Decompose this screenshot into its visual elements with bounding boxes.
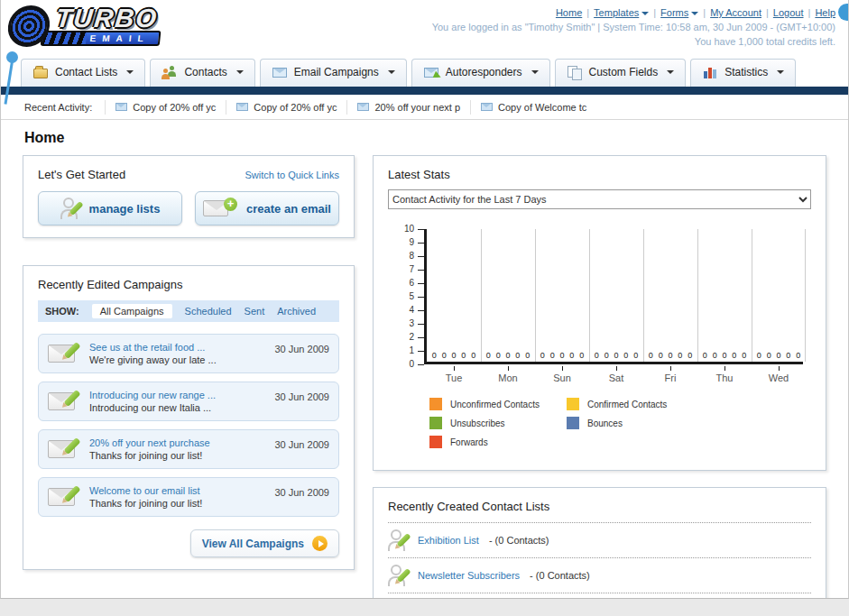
legend-label: Confirmed Contacts xyxy=(587,400,667,409)
top-link-logout[interactable]: Logout xyxy=(773,7,804,18)
data-value-label: 0 xyxy=(505,351,510,360)
contact-list-name-link[interactable]: Newsletter Subscribers xyxy=(418,570,520,581)
legend-item-confirmed-contacts: Confirmed Contacts xyxy=(567,398,704,410)
chart-plot: 0123456789100000000000000000000000000000… xyxy=(424,229,803,364)
data-value-label: 0 xyxy=(496,351,501,360)
data-value-label: 0 xyxy=(742,351,746,360)
login-status-text: You are logged in as "Timothy Smith" | S… xyxy=(432,20,835,34)
campaign-text: See us at the retail food ...We're givin… xyxy=(89,341,217,366)
campaign-row[interactable]: 20% off your next purchaseThanks for joi… xyxy=(38,429,339,469)
recent-activity-item[interactable]: Copy of Welcome tc xyxy=(470,100,596,115)
zero-value-group: 00000 xyxy=(752,351,806,360)
gridline xyxy=(643,229,644,362)
day-label-text: Fri xyxy=(665,372,677,383)
zero-value-group: 00000 xyxy=(697,351,752,360)
campaign-title-link[interactable]: 20% off your next purchase xyxy=(89,437,210,449)
gridline xyxy=(697,229,698,362)
campaign-text: Welcome to our email listThanks for join… xyxy=(89,484,202,510)
chevron-down-icon xyxy=(777,70,784,74)
view-all-campaigns-label: View All Campaigns xyxy=(202,538,304,550)
view-all-campaigns-button[interactable]: View All Campaigns xyxy=(190,529,339,557)
chart-legend: Unconfirmed ContactsConfirmed ContactsUn… xyxy=(429,398,811,455)
create-email-button[interactable]: create an email xyxy=(195,191,339,225)
manage-lists-label: manage lists xyxy=(89,202,161,216)
logo-top-text: TURBO xyxy=(42,6,164,30)
envelope-icon xyxy=(481,103,493,111)
switch-to-quick-links-link[interactable]: Switch to Quick Links xyxy=(245,170,339,180)
campaign-title-link[interactable]: Introducing our new range ... xyxy=(89,389,216,401)
manage-lists-button[interactable]: manage lists xyxy=(38,191,182,225)
recent-activity-label: Recent Activity: xyxy=(24,102,92,113)
x-tick xyxy=(670,366,671,371)
campaign-date: 30 Jun 2009 xyxy=(274,487,329,498)
day-label-mon: Mon xyxy=(481,366,535,383)
campaign-subtitle: Introducing our new Italia ... xyxy=(89,401,216,414)
y-tick-label: 1 xyxy=(391,345,414,355)
email-campaigns-icon xyxy=(272,65,288,79)
y-tick-label: 10 xyxy=(391,224,414,234)
contact-list-name-link[interactable]: Exhibition List xyxy=(418,535,479,546)
legend-label: Unsubscribes xyxy=(450,418,505,428)
filter-all-campaigns[interactable]: All Campaigns xyxy=(92,304,172,318)
top-link-templates[interactable]: Templates xyxy=(594,7,649,18)
y-tick xyxy=(418,243,424,244)
tab-email-campaigns[interactable]: Email Campaigns xyxy=(260,59,407,87)
day-label-tue: Tue xyxy=(427,366,481,383)
tab-autoresponders[interactable]: Autoresponders xyxy=(411,59,550,87)
create-email-icon xyxy=(203,198,237,218)
recent-activity-item[interactable]: 20% off your next p xyxy=(346,100,470,115)
recent-activity-item[interactable]: Copy of 20% off yc xyxy=(105,100,226,115)
contact-list-item[interactable]: Newsletter Subscribers - (0 Contacts) xyxy=(388,558,811,593)
zero-value-group: 00000 xyxy=(535,351,589,360)
turbo-email-logo[interactable]: TURBO EMAIL xyxy=(6,5,164,47)
tab-statistics[interactable]: Statistics xyxy=(690,59,796,87)
y-tick-label: 8 xyxy=(391,251,414,261)
y-tick-label: 5 xyxy=(391,291,414,301)
data-value-label: 0 xyxy=(767,351,771,360)
campaign-envelope-icon xyxy=(48,342,80,365)
recent-activity-item-label: Copy of Welcome tc xyxy=(498,102,586,113)
recent-activity-item-label: 20% off your next p xyxy=(374,102,460,113)
tab-contacts[interactable]: Contacts xyxy=(150,59,254,87)
contact-list-item[interactable]: Exhibition List - (0 Contacts) xyxy=(388,523,811,558)
y-tick xyxy=(418,351,424,352)
data-value-label: 0 xyxy=(757,351,761,360)
data-value-label: 0 xyxy=(559,351,564,360)
gridline xyxy=(589,229,590,362)
top-link-help[interactable]: Help xyxy=(815,7,835,18)
chevron-down-icon xyxy=(691,12,698,15)
contacts-icon xyxy=(161,65,178,79)
filter-scheduled[interactable]: Scheduled xyxy=(185,306,232,317)
data-value-label: 0 xyxy=(659,351,663,360)
tab-label: Email Campaigns xyxy=(294,66,379,78)
tab-label: Contacts xyxy=(184,66,226,78)
campaign-row[interactable]: See us at the retail food ...We're givin… xyxy=(38,334,339,373)
y-tick xyxy=(418,297,424,298)
y-tick xyxy=(418,270,424,271)
campaign-title-link[interactable]: Welcome to our email list xyxy=(89,484,202,497)
tab-contact-lists[interactable]: Contact Lists xyxy=(21,59,145,87)
legend-item-unconfirmed-contacts: Unconfirmed Contacts xyxy=(429,398,567,410)
autoresponders-icon xyxy=(423,65,439,79)
app-window: TURBO EMAIL Home|Templates|Forms|My Acco… xyxy=(0,0,849,599)
legend-swatch xyxy=(429,436,442,448)
campaign-title-link[interactable]: See us at the retail food ... xyxy=(89,341,217,354)
top-link-home[interactable]: Home xyxy=(556,7,582,18)
top-link-forms[interactable]: Forms xyxy=(660,7,698,18)
zero-value-group: 00000 xyxy=(427,351,481,360)
data-value-label: 0 xyxy=(688,351,692,360)
manage-lists-icon xyxy=(60,198,80,219)
tab-custom-fields[interactable]: Custom Fields xyxy=(555,59,687,87)
campaign-row[interactable]: Welcome to our email listThanks for join… xyxy=(38,477,339,517)
recent-activity-item[interactable]: Copy of 20% off yc xyxy=(226,100,346,115)
campaign-envelope-icon xyxy=(48,437,80,461)
campaign-row[interactable]: Introducing our new range ...Introducing… xyxy=(38,382,339,421)
logo-text: TURBO EMAIL xyxy=(41,6,164,46)
y-tick-label: 0 xyxy=(391,359,414,369)
data-value-label: 0 xyxy=(471,351,475,360)
stats-period-select[interactable]: Contact Activity for the Last 7 Days xyxy=(388,189,811,209)
filter-archived[interactable]: Archived xyxy=(277,306,316,317)
top-link-my-account[interactable]: My Account xyxy=(710,7,761,18)
data-value-label: 0 xyxy=(486,351,491,360)
filter-sent[interactable]: Sent xyxy=(245,306,265,317)
